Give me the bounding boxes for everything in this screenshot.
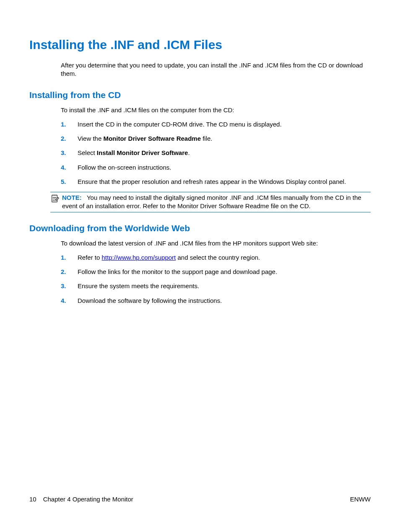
page-footer: 10 Chapter 4 Operating the Monitor ENWW: [0, 496, 400, 503]
steps-list-cd: Insert the CD in the computer CD-ROM dri…: [61, 120, 371, 186]
list-item: Follow the links for the monitor to the …: [61, 268, 371, 276]
step-text: file.: [201, 135, 213, 142]
list-item: Download the software by following the i…: [61, 297, 371, 305]
chapter-label: Chapter 4 Operating the Monitor: [43, 496, 133, 503]
note-label: NOTE:: [62, 194, 82, 201]
note-block: NOTE: You may need to install the digita…: [50, 192, 371, 212]
note-text: You may need to install the digitally si…: [62, 194, 361, 209]
list-item: View the Monitor Driver Software Readme …: [61, 134, 371, 143]
list-item: Ensure that the proper resolution and re…: [61, 178, 371, 186]
list-item: Follow the on-screen instructions.: [61, 163, 371, 172]
section2-lead: To download the latest version of .INF a…: [61, 239, 371, 248]
section-heading-web: Downloading from the Worldwide Web: [29, 223, 371, 233]
list-item: Ensure the system meets the requirements…: [61, 282, 371, 290]
step-text: and select the country region.: [176, 254, 260, 261]
svg-rect-0: [52, 195, 57, 202]
section-heading-cd: Installing from the CD: [29, 90, 371, 100]
note-icon: [50, 194, 60, 203]
support-link[interactable]: http://www.hp.com/support: [102, 254, 176, 261]
step-bold: Monitor Driver Software Readme: [103, 135, 201, 142]
step-text: Refer to: [78, 254, 102, 261]
page-number: 10: [29, 496, 36, 503]
step-bold: Install Monitor Driver Software: [97, 149, 188, 156]
footer-right: ENWW: [350, 496, 371, 503]
list-item: Select Install Monitor Driver Software.: [61, 149, 371, 157]
intro-paragraph: After you determine that you need to upd…: [61, 61, 371, 78]
list-item: Refer to http://www.hp.com/support and s…: [61, 253, 371, 262]
step-text: View the: [78, 135, 103, 142]
section1-lead: To install the .INF and .ICM files on th…: [61, 106, 371, 114]
step-text: Select: [78, 149, 97, 156]
step-text: .: [188, 149, 190, 156]
page-title: Installing the .INF and .ICM Files: [29, 38, 371, 52]
list-item: Insert the CD in the computer CD-ROM dri…: [61, 120, 371, 129]
steps-list-web: Refer to http://www.hp.com/support and s…: [61, 253, 371, 305]
